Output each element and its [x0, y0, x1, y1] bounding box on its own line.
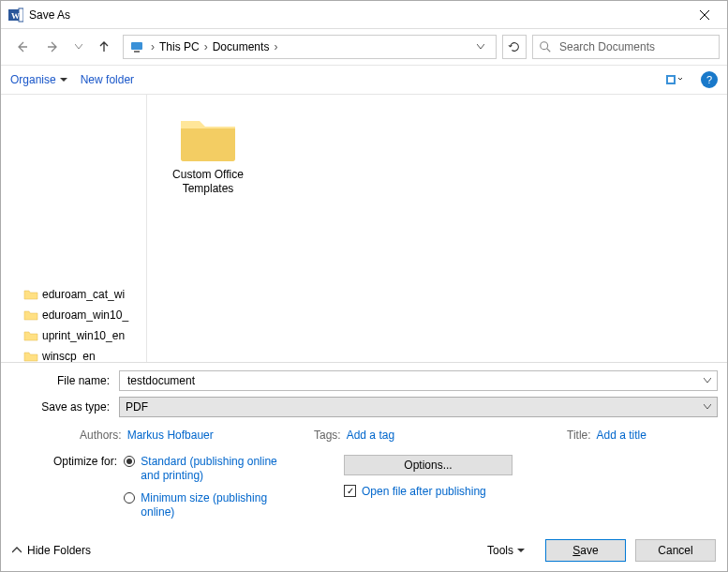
folder-icon [23, 349, 38, 362]
tree-folder-item[interactable]: winscp_en [1, 346, 146, 362]
close-button[interactable] [683, 1, 725, 29]
open-after-label: Open file after publishing [362, 485, 486, 498]
tree-item-label: winscp_en [42, 350, 96, 362]
open-after-checkbox[interactable]: Open file after publishing [344, 485, 486, 498]
cancel-button[interactable]: Cancel [635, 539, 716, 562]
title-label: Title: [567, 429, 591, 442]
navigation-tree[interactable]: eduroam_cat_wi eduroam_win10_ uprint_win… [1, 95, 147, 362]
folder-large-icon [175, 108, 241, 168]
window-title: Save As [29, 8, 683, 22]
svg-rect-3 [131, 42, 142, 50]
radio-minimum-label: Minimum size (publishing online) [141, 491, 281, 520]
chevron-right-icon[interactable]: › [269, 40, 282, 53]
nav-back-button [8, 34, 35, 60]
folder-item[interactable]: Custom Office Templates [158, 104, 258, 200]
search-box[interactable] [532, 35, 720, 59]
file-name-dropdown[interactable] [704, 378, 711, 384]
radio-icon [124, 456, 135, 467]
file-name-field[interactable] [119, 370, 718, 391]
new-folder-label: New folder [81, 73, 134, 86]
organise-label: Organise [10, 73, 56, 86]
breadcrumb-this-pc[interactable]: This PC [159, 36, 200, 58]
search-input[interactable] [557, 39, 713, 54]
hide-folders-button[interactable]: Hide Folders [12, 544, 91, 557]
search-icon [539, 40, 552, 53]
save-type-label: Save as type: [10, 400, 113, 414]
tools-label: Tools [487, 544, 513, 557]
radio-standard[interactable]: Standard (publishing online and printing… [124, 455, 281, 484]
radio-icon [124, 492, 135, 504]
svg-rect-4 [134, 51, 140, 53]
file-pane[interactable]: Custom Office Templates [147, 95, 727, 362]
address-bar[interactable]: › This PC › Documents › [123, 35, 497, 59]
tree-folder-item[interactable]: eduroam_cat_wi [1, 284, 146, 305]
tree-folder-item[interactable]: eduroam_win10_ [1, 305, 146, 325]
tags-label: Tags: [314, 429, 341, 442]
hide-folders-label: Hide Folders [27, 544, 91, 557]
authors-label: Authors: [80, 429, 122, 442]
tools-button[interactable]: Tools [482, 544, 530, 557]
chevron-up-icon [12, 547, 22, 554]
new-folder-button[interactable]: New folder [81, 73, 134, 86]
optimize-label: Optimize for: [53, 455, 121, 468]
folder-icon [23, 328, 38, 343]
tree-item-label: eduroam_cat_wi [42, 288, 125, 301]
pc-icon [129, 39, 144, 54]
nav-up-button[interactable] [91, 34, 117, 60]
svg-text:W: W [11, 11, 20, 21]
help-button[interactable]: ? [701, 71, 718, 88]
folder-icon [23, 287, 38, 302]
save-type-dropdown[interactable]: PDF [119, 397, 718, 417]
options-button-label: Options... [404, 459, 452, 472]
breadcrumb-documents[interactable]: Documents [213, 36, 270, 58]
organise-button[interactable]: Organise [10, 73, 67, 86]
folder-icon [23, 308, 38, 323]
address-dropdown[interactable] [477, 44, 492, 50]
nav-history-dropdown[interactable] [72, 34, 85, 60]
radio-standard-label: Standard (publishing online and printing… [141, 455, 281, 484]
chevron-down-icon [517, 549, 525, 553]
tree-folder-item[interactable]: uprint_win10_en [1, 325, 146, 346]
options-button[interactable]: Options... [344, 455, 513, 475]
radio-minimum[interactable]: Minimum size (publishing online) [124, 491, 281, 520]
authors-value[interactable]: Markus Hofbauer [127, 429, 214, 442]
svg-point-5 [541, 42, 548, 50]
svg-rect-7 [668, 77, 674, 83]
chevron-right-icon[interactable]: › [200, 40, 213, 53]
file-name-label: File name: [10, 374, 113, 387]
save-button-label: Save [572, 544, 598, 557]
save-type-value: PDF [126, 400, 148, 414]
checkbox-icon [344, 485, 356, 497]
chevron-down-icon [704, 404, 711, 410]
word-app-icon: W [8, 8, 23, 23]
tree-item-label: eduroam_win10_ [42, 309, 128, 322]
save-button[interactable]: Save [545, 539, 626, 562]
chevron-right-icon[interactable]: › [146, 40, 159, 53]
cancel-button-label: Cancel [658, 544, 692, 557]
refresh-button[interactable] [502, 35, 527, 59]
tree-item-label: uprint_win10_en [42, 329, 125, 342]
change-view-button[interactable] [661, 68, 688, 91]
folder-name: Custom Office Templates [162, 168, 254, 196]
nav-forward-button [40, 34, 67, 60]
title-value[interactable]: Add a title [597, 429, 646, 442]
tags-value[interactable]: Add a tag [347, 429, 394, 442]
file-name-input[interactable] [126, 373, 704, 388]
